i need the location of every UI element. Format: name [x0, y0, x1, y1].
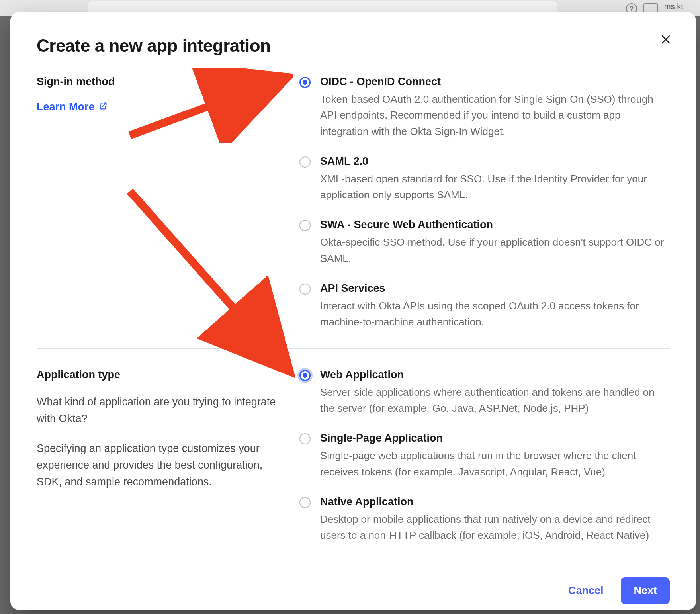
radio-option-web-app[interactable]: Web Application Server-side applications…	[299, 369, 670, 417]
modal-footer: Cancel Next	[37, 561, 670, 604]
radio-option-swa[interactable]: SWA - Secure Web Authentication Okta-spe…	[299, 219, 670, 266]
radio-input-saml[interactable]	[299, 156, 311, 168]
radio-option-oidc[interactable]: OIDC - OpenID Connect Token-based OAuth …	[299, 76, 670, 139]
signin-method-heading: Sign-in method	[37, 76, 284, 88]
radio-input-native[interactable]	[299, 497, 311, 508]
radio-description: Okta-specific SSO method. Use if your ap…	[320, 234, 670, 266]
radio-label: Single-Page Application	[320, 432, 670, 444]
modal-title: Create a new app integration	[37, 36, 670, 56]
radio-input-web-app[interactable]	[299, 370, 311, 381]
radio-label: Web Application	[320, 369, 670, 381]
radio-description: XML-based open standard for SSO. Use if …	[320, 171, 670, 203]
create-app-integration-modal: Create a new app integration Sign-in met…	[10, 12, 696, 610]
radio-description: Single-page web applications that run in…	[320, 448, 670, 480]
radio-label: SAML 2.0	[320, 155, 670, 168]
application-type-heading: Application type	[37, 369, 284, 381]
external-link-icon	[99, 101, 108, 113]
radio-input-spa[interactable]	[299, 433, 311, 444]
radio-description: Interact with Okta APIs using the scoped…	[320, 298, 670, 330]
section-application-type: Application type What kind of applicatio…	[37, 348, 670, 562]
radio-input-oidc[interactable]	[299, 77, 311, 88]
radio-description: Server-side applications where authentic…	[320, 384, 670, 417]
radio-label: SWA - Secure Web Authentication	[320, 219, 670, 231]
radio-label: OIDC - OpenID Connect	[320, 76, 670, 88]
radio-description: Token-based OAuth 2.0 authentication for…	[320, 91, 670, 139]
radio-option-api-services[interactable]: API Services Interact with Okta APIs usi…	[299, 282, 670, 330]
cancel-button[interactable]: Cancel	[564, 579, 608, 602]
radio-option-spa[interactable]: Single-Page Application Single-page web …	[299, 432, 670, 480]
close-button[interactable]	[658, 32, 674, 48]
learn-more-label: Learn More	[37, 101, 95, 113]
radio-input-api-services[interactable]	[299, 284, 311, 295]
radio-label: API Services	[320, 282, 670, 295]
close-icon	[661, 34, 671, 46]
radio-input-swa[interactable]	[299, 220, 311, 231]
learn-more-link[interactable]: Learn More	[37, 101, 108, 113]
application-type-desc-2: Specifying an application type customize…	[37, 440, 284, 491]
background-user-label: ms kt	[664, 2, 700, 11]
application-type-desc-1: What kind of application are you trying …	[37, 394, 284, 427]
section-signin-method: Sign-in method Learn More OIDC - OpenID …	[37, 76, 670, 348]
radio-description: Desktop or mobile applications that run …	[320, 511, 670, 544]
radio-option-native[interactable]: Native Application Desktop or mobile app…	[299, 496, 670, 544]
radio-label: Native Application	[320, 496, 670, 508]
radio-option-saml[interactable]: SAML 2.0 XML-based open standard for SSO…	[299, 155, 670, 203]
next-button[interactable]: Next	[621, 577, 670, 604]
